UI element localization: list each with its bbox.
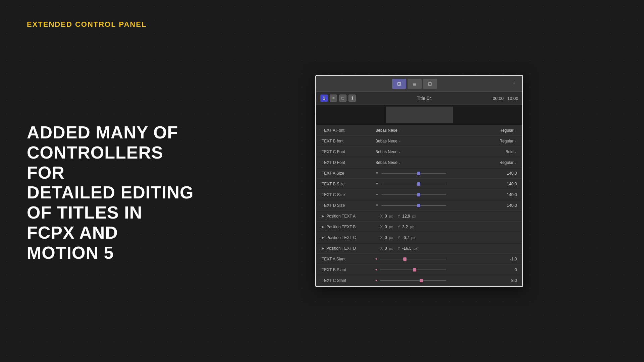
text-a-font-dropdown[interactable]: Bebas Neue ⌄ [375,128,401,133]
preview-area [316,105,522,125]
text-a-size-row: TEXT A Size ▼ 140,0 [316,168,522,179]
text-c-slant-label: TEXT C Slant [322,278,375,283]
text-c-font-row: TEXT C Font Bebas Neue ⌄ Bold ⌄ [316,146,522,157]
text-b-size-slider[interactable]: ▼ [375,182,446,186]
text-a-size-label: TEXT A Size [322,171,375,176]
position-text-b-label: Position TEXT B [326,225,380,229]
ui-window: ⊞ ≣ ⊟ ↑ 1 ≡ □ ℹ [315,75,523,287]
text-b-slant-row: TEXT B Slant ♥ 0 [316,264,522,275]
time-prefix: 00:00 [493,96,504,101]
expand-pos-a-icon[interactable]: ▶ [322,214,324,218]
text-c-slant-slider[interactable]: ♥ [375,279,446,282]
preview-box [386,107,453,123]
text-a-font-row: TEXT A Font Bebas Neue ⌄ Regular ⌄ [316,125,522,136]
toolbar-sliders-btn[interactable]: ⊟ [423,79,437,89]
text-c-font-style[interactable]: Bold ⌄ [505,149,517,154]
text-a-font-label: TEXT A Font [322,128,375,133]
text-d-size-slider[interactable]: ▼ [375,203,446,207]
text-b-slant-value: 0 [446,267,517,272]
text-a-slant-value: -1,0 [446,257,517,261]
list-icon: ≣ [413,81,417,86]
header-row: 1 ≡ □ ℹ Title 04 00:00 10:00 [316,92,522,105]
position-text-d-row: ▶ Position TEXT D X 0 px Y -16,5 px [316,243,522,254]
text-c-size-label: TEXT C Size [322,192,375,197]
text-b-slant-label: TEXT B Slant [322,267,375,272]
position-text-c-label: Position TEXT C [326,235,380,240]
text-c-size-slider[interactable]: ▼ [375,193,446,196]
text-d-size-value: 140,0 [446,203,517,208]
sliders-icon: ⊟ [428,81,432,86]
main-text-line3: DETAILED EDITING [27,183,195,203]
grid-icon: ⊞ [397,81,401,86]
position-text-a-row: ▶ Position TEXT A X 0 px Y 12,9 px [316,211,522,222]
text-c-slant-row: TEXT C Slant ♥ 8,0 [316,275,522,286]
text-b-font-label: TEXT B font [322,139,375,143]
left-panel: EXTENDED CONTROL PANEL ADDED MANY OF CON… [0,0,221,362]
text-c-slant-value: 8,0 [446,278,517,283]
save-view-icon[interactable]: □ [339,95,346,102]
position-text-b-row: ▶ Position TEXT B X 0 px Y 3,2 px [316,222,522,232]
expand-pos-b-icon[interactable]: ▶ [322,225,324,229]
main-description: ADDED MANY OF CONTROLLERS FOR DETAILED E… [27,123,195,263]
toolbar-list-btn[interactable]: ≣ [408,79,422,89]
text-d-size-label: TEXT D Size [322,203,375,208]
share-button[interactable]: ↑ [510,79,518,89]
toolbar: ⊞ ≣ ⊟ ↑ [316,76,522,92]
text-a-font-style[interactable]: Regular ⌄ [499,128,517,133]
share-icon: ↑ [513,80,516,87]
position-text-c-row: ▶ Position TEXT C X 0 px Y -6,7 px [316,232,522,243]
position-text-a-controls: X 0 px Y 12,9 px [380,214,416,219]
time-value: 10:00 [507,96,518,101]
text-c-size-row: TEXT C Size ▼ 140,0 [316,189,522,200]
position-text-a-label: Position TEXT A [326,214,380,219]
text-d-font-label: TEXT D Font [322,160,375,165]
text-a-size-slider[interactable]: ▼ [375,171,446,175]
text-a-slant-slider[interactable]: ♥ [375,257,446,261]
text-c-size-value: 140,0 [446,192,517,197]
text-b-font-row: TEXT B font Bebas Neue ⌄ Regular ⌄ [316,136,522,146]
right-panel: ⊞ ≣ ⊟ ↑ 1 ≡ □ ℹ [221,0,644,362]
position-text-d-label: Position TEXT D [326,246,380,251]
text-b-font-dropdown[interactable]: Bebas Neue ⌄ [375,139,401,143]
time-display: 00:00 10:00 [493,96,518,101]
text-d-font-dropdown[interactable]: Bebas Neue ⌄ [375,160,401,165]
main-text-line5: FCPX AND MOTION 5 [27,223,195,263]
position-text-d-controls: X 0 px Y -16,5 px [380,246,417,251]
panel-title: EXTENDED CONTROL PANEL [27,20,195,29]
text-b-slant-slider[interactable]: ♥ [375,268,446,272]
list-view-icon[interactable]: ≡ [330,95,337,102]
main-text-line1: ADDED MANY OF [27,123,195,143]
text-a-size-value: 140,0 [446,171,517,176]
text-d-font-row: TEXT D Font Bebas Neue ⌄ Regular ⌄ [316,157,522,168]
position-text-b-controls: X 0 px Y 3,2 px [380,225,414,229]
text-b-size-row: TEXT B Size ▼ 140,0 [316,179,522,189]
text-b-size-label: TEXT B Size [322,182,375,186]
text-b-size-value: 140,0 [446,182,517,186]
clip-icon[interactable]: 1 [320,95,328,102]
text-a-slant-label: TEXT A Slant [322,257,375,261]
title-display: Title 04 [358,96,491,101]
info-icon[interactable]: ℹ [348,95,356,102]
expand-pos-c-icon[interactable]: ▶ [322,236,324,239]
expand-pos-d-icon[interactable]: ▶ [322,246,324,250]
text-b-font-style[interactable]: Regular ⌄ [499,139,517,143]
main-text-line2: CONTROLLERS FOR [27,143,195,183]
text-a-slant-row: TEXT A Slant ♥ -1,0 [316,254,522,264]
main-text-line4: OF TITLES IN [27,203,195,223]
position-text-c-controls: X 0 px Y -6,7 px [380,235,415,240]
text-c-font-dropdown[interactable]: Bebas Neue ⌄ [375,149,401,154]
toolbar-grid-btn[interactable]: ⊞ [392,79,406,89]
text-d-font-style[interactable]: Regular ⌄ [499,160,517,165]
text-d-size-row: TEXT D Size ▼ 140,0 [316,200,522,211]
text-c-font-label: TEXT C Font [322,149,375,154]
